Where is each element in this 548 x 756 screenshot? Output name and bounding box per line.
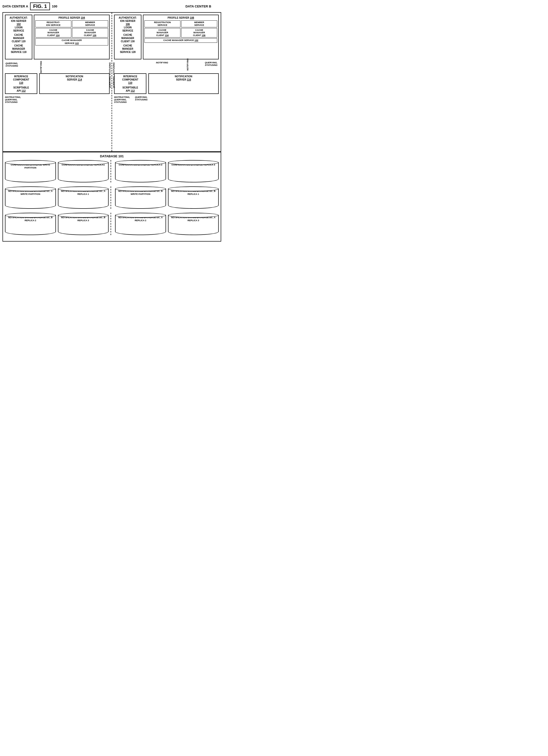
notif-db-dca-replica1: NOTIFICATION STATUS DATABASE DC_A REPLIC…: [58, 186, 109, 209]
cache-mgr-client-126: CACHEMANAGERCLIENT 126: [72, 28, 108, 38]
notification-server-right: NOTIFICATIONSERVER 116: [148, 73, 219, 94]
instructing-label-left: INSTRUCTING,QUERYING,STATUSING: [5, 96, 110, 103]
auth-server-right-login: LOGINSERVICE: [116, 26, 140, 32]
auth-server-right-title: AUTHENTICAT-ION SERVER: [116, 16, 140, 23]
db-row-2: NOTIFICATION STATUS DATABASE DC_A WRITE …: [5, 186, 219, 209]
profile-server-right-title: PROFILE SERVER 108: [144, 16, 217, 19]
querying-statusing-label-right-bottom: QUERYING,STATUSING: [135, 96, 148, 103]
querying-statusing-label-left: QUERYING,STATUSING: [5, 62, 18, 67]
notif-db-dca-write: NOTIFICATION STATUS DATABASE DC_A WRITE …: [5, 186, 56, 209]
instructing-label-right: INSTRUCTING,QUERYING,STATUSING: [114, 96, 130, 103]
querying-statusing-label-right: QUERYING,STATUSING: [205, 61, 217, 66]
notifying-label-left: NOTIFYING: [40, 61, 42, 73]
interface-right-id: 110: [116, 81, 145, 84]
interface-left-title: INTERFACECOMPONENT: [6, 75, 36, 81]
auth-server-left-cache-svc: CACHEMANAGERSERVICE 118: [6, 44, 31, 54]
notifying-label-right-center: NOTIFYING: [156, 61, 168, 64]
auth-server-left-login: LOGINSERVICE: [6, 26, 31, 32]
auth-server-right: AUTHENTICAT-ION SERVER 106 LOGINSERVICE …: [114, 15, 141, 59]
cache-mgr-svc-122: CACHE MANAGERSERVICE 122: [35, 38, 108, 45]
auth-server-left: AUTHENTICAT-ION SERVER 102 LOGINSERVICE …: [5, 15, 32, 59]
auth-server-left-title: AUTHENTICAT-ION SERVER: [6, 16, 31, 23]
db-row-3: NOTIFICATION STATUS DATABASE DC_B REPLIC…: [5, 213, 219, 235]
notif-db-dca-replica3: NOTIFICATION STATUS DATABASE DC_A REPLIC…: [168, 213, 219, 235]
data-center-a-label: DATA CENTER A: [2, 4, 28, 8]
notification-server-left: NOTIFICATIONSERVER 114: [39, 73, 110, 94]
notif-db-dcb-replica1: NOTIFICATION STATUS DATABASE DC_B REPLIC…: [168, 186, 219, 209]
notification-right-title: NOTIFICATIONSERVER 116: [150, 75, 217, 81]
config-db-replica3: CONFIGURATION DATABASE REPLICA 3: [168, 160, 219, 182]
interface-left: INTERFACECOMPONENT 110 SCRIPTABLEAPI 112: [5, 73, 37, 94]
interface-left-id: 110: [6, 81, 36, 84]
cache-mgr-svc-132: CACHE MANAGER SERVICE 132: [144, 38, 217, 43]
interface-right-api: SCRIPTABLEAPI 112: [116, 86, 145, 92]
profile-server-right: PROFILE SERVER 108 REGISTRATIONSERVICE M…: [143, 15, 219, 59]
cache-mgr-client-136: CACHEMANAGERCLIENT 136: [181, 28, 217, 38]
interface-right-title: INTERFACECOMPONENT: [116, 75, 145, 81]
auth-server-left-id: 102: [6, 23, 31, 26]
interface-left-api: SCRIPTABLEAPI 112: [6, 86, 36, 92]
fig-number: 100: [52, 4, 57, 8]
auth-server-right-cache-client: CACHEMANAGERCLIENT 130: [116, 33, 140, 43]
database-section: DATABASE 101 CONFIGURATION DATABASE WRIT…: [3, 152, 221, 241]
registration-service-right: REGISTRATIONSERVICE: [144, 20, 180, 27]
notifying-vertical-right: NOTIFYING: [186, 58, 189, 71]
config-db-write: CONFIGURATION DATABASE WRITE PARTITION: [5, 160, 56, 182]
member-service-right: MEMBERSERVICE: [181, 20, 217, 27]
config-db-replica2: CONFIGURATION DATABASE REPLICA 2: [115, 160, 166, 182]
db-row-1: CONFIGURATION DATABASE WRITE PARTITION C…: [5, 160, 219, 182]
profile-server-left: PROFILE SERVER 104 REGISTRAT-ION SERVICE…: [34, 15, 110, 59]
notification-left-title: NOTIFICATIONSERVER 114: [41, 75, 108, 81]
auth-server-right-cache-svc: CACHEMANGERSERVICE 128: [116, 44, 140, 54]
registration-service-left: REGISTRAT-ION SERVICE: [35, 20, 71, 27]
profile-server-left-inner: REGISTRAT-ION SERVICE MEMBERSERVICE CACH…: [35, 20, 108, 45]
data-center-b-label: DATA CENTER B: [185, 4, 211, 8]
auth-server-left-cache-client: CACHEMANGERCLIENT 120: [6, 33, 31, 43]
right-arrow-area: NOTIFYING QUERYING,STATUSING NOTIFYING: [114, 61, 219, 73]
querying-statusing-vertical-left: QUERYING, STATUSING: [109, 62, 111, 88]
notif-db-dca-replica2: NOTIFICATION STATUS DATABASE DC_A REPLIC…: [115, 213, 166, 235]
member-service-left: MEMBERSERVICE: [72, 20, 108, 27]
profile-server-left-title: PROFILE SERVER 104: [35, 16, 108, 19]
interface-right: INTERFACECOMPONENT 110 SCRIPTABLEAPI 112: [114, 73, 146, 94]
right-bottom-labels: INSTRUCTING,QUERYING,STATUSING QUERYING,…: [114, 96, 219, 103]
notif-db-dcb-replica3: NOTIFICATION STATUS DATABASE DC_B REPLIC…: [58, 213, 109, 235]
notif-db-dcb-write: NOTIFICATION STATUS DATABASE DC_B WRITE …: [115, 186, 166, 209]
left-arrow-area: QUERYING,STATUSING NOTIFYING: [5, 61, 110, 73]
fig-label: FIG. 1: [30, 2, 50, 10]
querying-statusing-vertical-right: QUERYING, STATUSING: [113, 62, 115, 88]
auth-server-right-id: 106: [116, 23, 140, 26]
cache-mgr-client-134: CACHEMANAGERCLIENT 134: [144, 28, 180, 38]
main-diagram: AUTHENTICAT-ION SERVER 102 LOGINSERVICE …: [2, 12, 221, 242]
cache-mgr-client-124: CACHEMANAGERCLIENT 124: [35, 28, 71, 38]
config-db-replica1: CONFIGURATION DATABASE REPLICA1: [58, 160, 109, 182]
notif-db-dcb-replica2: NOTIFICATION STATUS DATABASE DC_B REPLIC…: [5, 213, 56, 235]
profile-server-right-inner: REGISTRATIONSERVICE MEMBERSERVICE CACHEM…: [144, 20, 217, 43]
database-label: DATABASE 101: [5, 154, 219, 158]
